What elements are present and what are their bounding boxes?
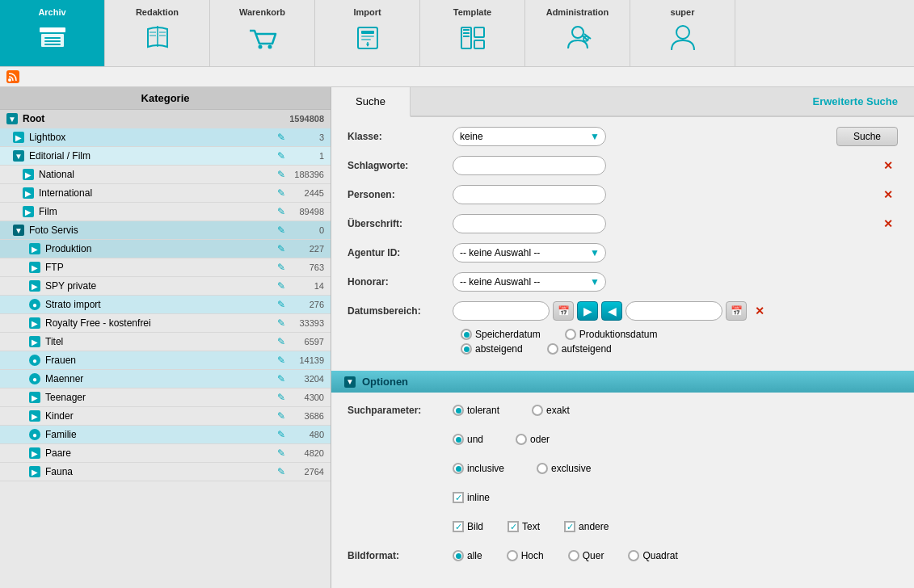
tree-item-paare[interactable]: ▶ Paare ✎ 4820: [0, 444, 331, 463]
tree-item-strato[interactable]: ● Strato import ✎ 276: [0, 296, 331, 314]
tree-item-ftp[interactable]: ▶ FTP ✎ 763: [0, 258, 331, 277]
rss-icon[interactable]: [6, 70, 19, 83]
tree-edit-fotoservis[interactable]: ✎: [277, 225, 285, 236]
nav-import[interactable]: Import: [315, 0, 420, 66]
tree-edit-paare[interactable]: ✎: [277, 447, 285, 459]
radio-speicherdatum[interactable]: Speicherdatum: [461, 329, 541, 340]
tree-edit-spy[interactable]: ✎: [277, 280, 285, 292]
tree-edit-produktion[interactable]: ✎: [277, 243, 285, 254]
tree-edit-titel[interactable]: ✎: [277, 336, 285, 347]
nav-administration[interactable]: Administration: [525, 0, 630, 66]
nav-redaktion[interactable]: Redaktion: [105, 0, 210, 66]
checkbox-andere[interactable]: andere: [564, 521, 609, 532]
tree-edit-frauen[interactable]: ✎: [277, 355, 285, 366]
tree-edit-international[interactable]: ✎: [277, 187, 285, 199]
nav-archiv[interactable]: Archiv: [0, 0, 105, 66]
tree-item-familie[interactable]: ● Familie ✎ 480: [0, 426, 331, 444]
ueberschrift-clear-button[interactable]: ✕: [878, 214, 898, 233]
tree-item-fotoservis[interactable]: ▼ Foto Servis ✎ 0: [0, 221, 331, 240]
schlagworte-input[interactable]: [453, 156, 606, 175]
tree-toggle-royalty[interactable]: ▶: [29, 317, 40, 329]
tree-edit-film[interactable]: ✎: [277, 206, 285, 217]
tree-item-teenager[interactable]: ▶ Teenager ✎ 4300: [0, 388, 331, 407]
nav-super[interactable]: super: [630, 0, 735, 66]
radio-alle[interactable]: alle: [453, 550, 482, 561]
date-from-calendar-button[interactable]: 📅: [553, 301, 574, 321]
date-from-input[interactable]: [453, 301, 550, 321]
tree-edit-kinder[interactable]: ✎: [277, 410, 285, 422]
checkbox-bild[interactable]: Bild: [453, 521, 483, 532]
tree-item-frauen[interactable]: ● Frauen ✎ 14139: [0, 351, 331, 370]
radio-quadrat[interactable]: Quadrat: [628, 550, 677, 561]
tree-item-maenner[interactable]: ● Maenner ✎ 3204: [0, 370, 331, 388]
tree-item-titel[interactable]: ▶ Titel ✎ 6597: [0, 333, 331, 351]
radio-exclusive[interactable]: exclusive: [537, 463, 591, 474]
tree-toggle-film[interactable]: ▶: [23, 206, 34, 217]
tab-erweiterte[interactable]: Erweiterte Suche: [789, 87, 915, 116]
options-header[interactable]: ▼ Optionen: [331, 371, 914, 393]
tree-edit-ftp[interactable]: ✎: [277, 262, 285, 273]
tree-toggle-ftp[interactable]: ▶: [29, 262, 40, 273]
tree-toggle-kinder[interactable]: ▶: [29, 410, 40, 422]
schlagworte-clear-button[interactable]: ✕: [878, 156, 898, 175]
tree-toggle-fauna[interactable]: ▶: [29, 466, 40, 477]
radio-produktionsdatum[interactable]: Produktionsdatum: [565, 329, 658, 340]
radio-inclusive[interactable]: inclusive: [453, 463, 504, 474]
personen-input[interactable]: [453, 185, 606, 204]
tree-toggle-national[interactable]: ▶: [23, 169, 34, 180]
radio-hoch[interactable]: Hoch: [507, 550, 544, 561]
tree-item-kinder[interactable]: ▶ Kinder ✎ 3686: [0, 407, 331, 426]
radio-aufsteigend[interactable]: aufsteigend: [547, 343, 612, 355]
agentur-select[interactable]: -- keine Auswahl --: [453, 243, 606, 262]
tree-toggle-produktion[interactable]: ▶: [29, 243, 40, 254]
tree-toggle-familie[interactable]: ●: [29, 429, 40, 440]
checkbox-inline[interactable]: inline: [453, 492, 490, 503]
tree-toggle-editorial[interactable]: ▼: [13, 150, 24, 162]
tree-edit-fauna[interactable]: ✎: [277, 466, 285, 477]
tree-toggle-frauen[interactable]: ●: [29, 355, 40, 366]
klasse-select[interactable]: keine alle: [453, 127, 606, 146]
tree-toggle-maenner[interactable]: ●: [29, 373, 40, 384]
nav-template[interactable]: Template: [420, 0, 525, 66]
tree-edit-maenner[interactable]: ✎: [277, 373, 285, 384]
radio-und[interactable]: und: [453, 434, 483, 445]
tree-toggle-paare[interactable]: ▶: [29, 447, 40, 459]
tree-edit-royalty[interactable]: ✎: [277, 317, 285, 329]
tab-suche[interactable]: Suche: [331, 87, 411, 117]
tree-edit-editorial[interactable]: ✎: [277, 150, 285, 162]
tree-item-spy[interactable]: ▶ SPY private ✎ 14: [0, 277, 331, 296]
tree-item-lightbox[interactable]: ▶ Lightbox ✎ 3: [0, 128, 331, 147]
radio-quer[interactable]: Quer: [568, 550, 604, 561]
date-forward-button[interactable]: ▶: [577, 301, 598, 321]
tree-toggle-strato[interactable]: ●: [29, 299, 40, 310]
tree-toggle-root[interactable]: ▼: [6, 113, 18, 124]
tree-item-root[interactable]: ▼ Root 1594808: [0, 110, 331, 128]
tree-edit-teenager[interactable]: ✎: [277, 392, 285, 403]
radio-oder[interactable]: oder: [516, 434, 550, 445]
personen-clear-button[interactable]: ✕: [878, 185, 898, 204]
tree-edit-lightbox[interactable]: ✎: [277, 132, 285, 143]
tree-toggle-spy[interactable]: ▶: [29, 280, 40, 292]
tree-edit-national[interactable]: ✎: [277, 169, 285, 180]
tree-edit-strato[interactable]: ✎: [277, 299, 285, 310]
ueberschrift-input[interactable]: [453, 214, 606, 233]
nav-warenkorb[interactable]: Warenkorb: [210, 0, 315, 66]
tree-item-fauna[interactable]: ▶ Fauna ✎ 2764: [0, 463, 331, 481]
honorar-select[interactable]: -- keine Auswahl --: [453, 272, 606, 292]
datumsbereich-clear-button[interactable]: ✕: [750, 301, 769, 321]
tree-edit-familie[interactable]: ✎: [277, 429, 285, 440]
tree-toggle-fotoservis[interactable]: ▼: [13, 225, 24, 236]
tree-item-editorial[interactable]: ▼ Editorial / Film ✎ 1: [0, 147, 331, 166]
date-to-input[interactable]: [625, 301, 722, 321]
tree-item-national[interactable]: ▶ National ✎ 188396: [0, 166, 331, 184]
suche-button[interactable]: Suche: [836, 127, 898, 146]
tree-toggle-international[interactable]: ▶: [23, 187, 34, 199]
tree-item-royalty[interactable]: ▶ Royalty Free - kostenfrei ✎ 33393: [0, 314, 331, 333]
tree-item-produktion[interactable]: ▶ Produktion ✎ 227: [0, 240, 331, 258]
radio-tolerant[interactable]: tolerant: [453, 405, 499, 416]
options-toggle-icon[interactable]: ▼: [344, 376, 356, 388]
tree-toggle-titel[interactable]: ▶: [29, 336, 40, 347]
tree-item-film[interactable]: ▶ Film ✎ 89498: [0, 203, 331, 221]
tree-toggle-lightbox[interactable]: ▶: [13, 132, 24, 143]
radio-absteigend[interactable]: absteigend: [461, 343, 523, 355]
